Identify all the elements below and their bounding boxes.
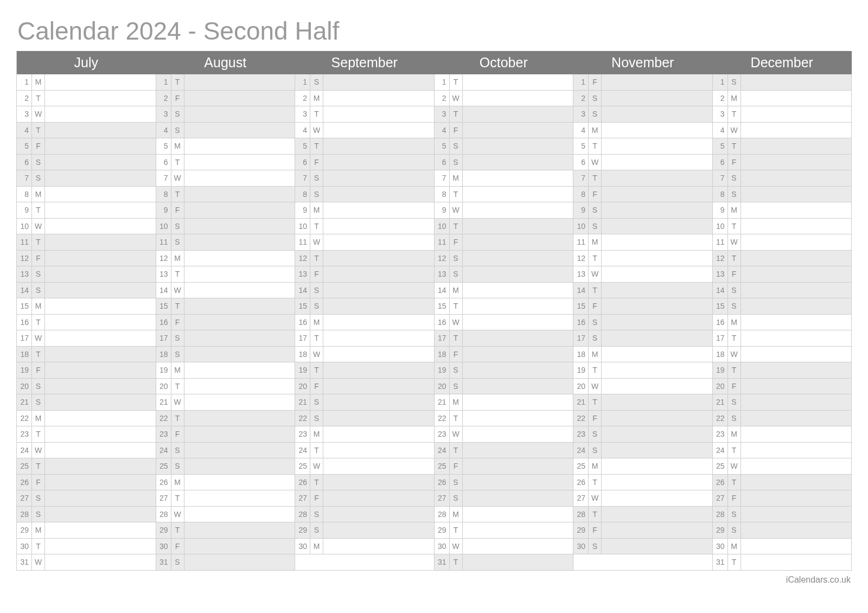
day-of-week: F [589, 187, 602, 202]
day-space [323, 379, 434, 394]
day-row: 13S [17, 266, 156, 283]
day-row: 11W [295, 234, 435, 251]
day-number: 4 [713, 123, 728, 138]
day-number: 1 [713, 74, 728, 90]
day-row: 1T [435, 74, 574, 91]
day-row: 7S [713, 170, 852, 187]
day-number: 19 [435, 362, 450, 378]
day-space [602, 379, 712, 394]
day-space [45, 106, 156, 122]
day-row: 18T [17, 347, 156, 363]
day-of-week: W [310, 458, 323, 474]
day-space [45, 507, 156, 522]
day-space [602, 362, 712, 378]
day-of-week: M [171, 138, 184, 154]
day-row: 25F [435, 458, 574, 475]
day-number: 2 [573, 91, 589, 106]
day-of-week: T [171, 411, 184, 426]
day-of-week: S [32, 490, 45, 506]
day-of-week: T [32, 458, 45, 474]
day-row: 11T [17, 234, 156, 251]
day-number: 23 [573, 426, 589, 442]
day-of-week: W [728, 234, 741, 250]
day-of-week: M [32, 411, 45, 426]
day-number: 3 [295, 106, 310, 122]
day-row: 24T [713, 443, 852, 459]
day-number: 22 [573, 411, 589, 426]
day-row: 12T [573, 251, 713, 267]
day-number: 15 [713, 298, 728, 314]
day-number: 6 [435, 155, 450, 170]
day-space [323, 91, 434, 106]
day-number: 14 [435, 283, 450, 298]
day-space [602, 170, 712, 186]
day-row: 30M [713, 539, 852, 555]
day-number: 8 [573, 187, 589, 202]
day-row: 24T [435, 443, 574, 459]
day-number: 24 [156, 443, 171, 458]
day-space [45, 347, 156, 362]
day-of-week: M [310, 426, 323, 442]
day-row: 30S [573, 539, 713, 555]
day-number: 10 [156, 219, 171, 234]
day-of-week: S [32, 170, 45, 186]
day-space [741, 522, 852, 538]
day-space [45, 138, 156, 154]
day-number: 25 [156, 458, 171, 474]
day-space [602, 394, 712, 410]
day-of-week: F [310, 490, 323, 506]
day-of-week: S [310, 74, 323, 90]
day-space [602, 283, 712, 298]
day-of-week: T [310, 251, 323, 266]
day-number: 20 [156, 379, 171, 394]
day-space [602, 74, 712, 90]
day-of-week: T [728, 219, 741, 234]
day-row: 4W [713, 123, 852, 139]
day-of-week: S [589, 315, 602, 330]
day-number: 12 [17, 251, 32, 266]
day-space [323, 251, 434, 266]
day-row: 1S [713, 74, 852, 91]
day-row: 16T [17, 315, 156, 331]
day-space [602, 539, 712, 554]
day-number: 14 [573, 283, 589, 298]
day-space [184, 251, 295, 266]
day-row: 21T [573, 394, 713, 411]
day-row: 23F [156, 426, 296, 443]
day-of-week: F [450, 347, 463, 362]
day-of-week: W [32, 443, 45, 458]
day-of-week: F [310, 379, 323, 394]
day-row: 28S [295, 507, 435, 523]
day-space [45, 170, 156, 186]
day-row: 19F [17, 362, 156, 379]
day-number: 1 [156, 74, 171, 90]
day-row: 28M [435, 507, 574, 523]
day-number: 19 [573, 362, 589, 378]
day-row: 4S [156, 123, 296, 139]
day-number: 20 [435, 379, 450, 394]
day-of-week: S [310, 411, 323, 426]
day-row: 30M [295, 539, 435, 555]
month-column: September1S2M3T4W5T6F7S8S9M10T11W12T13F1… [295, 51, 435, 571]
day-number: 26 [713, 475, 728, 490]
day-number: 5 [435, 138, 450, 154]
day-space [323, 298, 434, 314]
day-number: 8 [713, 187, 728, 202]
day-row: 5M [156, 138, 296, 155]
day-number: 29 [295, 522, 310, 538]
day-of-week: T [728, 443, 741, 458]
day-of-week: T [728, 475, 741, 490]
day-of-week: M [728, 539, 741, 554]
day-of-week: M [728, 426, 741, 442]
day-row: 2F [156, 91, 296, 107]
day-row: 23S [573, 426, 713, 443]
day-space [602, 219, 712, 234]
day-of-week: T [310, 362, 323, 378]
day-of-week: S [171, 219, 184, 234]
day-row: 8F [573, 187, 713, 203]
day-number: 19 [713, 362, 728, 378]
day-number: 5 [713, 138, 728, 154]
day-of-week: M [728, 91, 741, 106]
day-of-week: S [728, 522, 741, 538]
day-space [741, 106, 852, 122]
